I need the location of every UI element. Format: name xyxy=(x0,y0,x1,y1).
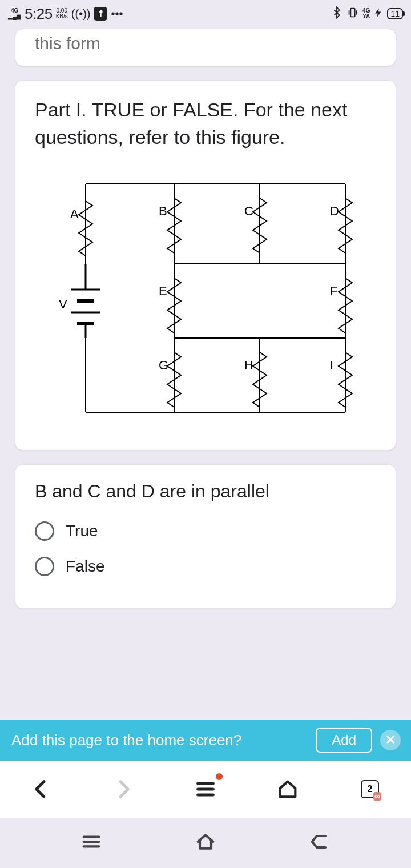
back-button[interactable] xyxy=(27,775,55,803)
notification-dot-icon xyxy=(216,773,223,780)
home-system-button[interactable] xyxy=(194,830,217,855)
menu-button[interactable] xyxy=(192,775,219,803)
option-false[interactable]: False xyxy=(35,557,376,576)
form-header-card: this form xyxy=(15,29,396,66)
question-card: B and C and D are in parallel True False xyxy=(15,464,396,609)
svg-text:E: E xyxy=(159,284,167,298)
incognito-badge-icon: ∞ xyxy=(373,792,381,801)
vibrate-icon xyxy=(346,6,359,22)
svg-text:G: G xyxy=(159,358,168,372)
option-label: True xyxy=(66,522,98,540)
svg-text:C: C xyxy=(244,204,253,218)
clock: 5:25 xyxy=(25,5,53,23)
status-bar: 4G ▂▄▆ 5:25 0.00 KB/s ((•)) f ••• 4G YA … xyxy=(0,0,411,27)
radio-icon xyxy=(35,521,54,541)
hotspot-icon: ((•)) xyxy=(71,7,91,21)
add-button[interactable]: Add xyxy=(316,728,372,753)
data-speed: 0.00 KB/s xyxy=(56,8,68,19)
add-to-home-snackbar: Add this page to the home screen? Add ✕ xyxy=(0,720,411,761)
page-content: this form Part I. TRUE or FALSE. For the… xyxy=(0,27,411,761)
svg-text:I: I xyxy=(330,358,333,372)
svg-text:B: B xyxy=(159,204,167,218)
option-true[interactable]: True xyxy=(35,521,376,541)
forward-button[interactable] xyxy=(110,775,137,803)
svg-text:D: D xyxy=(330,204,339,218)
sim-indicator: 4G YA xyxy=(362,8,370,19)
tabs-count: 2 xyxy=(368,784,373,794)
svg-text:V: V xyxy=(59,297,67,311)
more-icon: ••• xyxy=(111,7,123,21)
home-button[interactable] xyxy=(274,775,301,803)
browser-toolbar: 2 ∞ xyxy=(0,761,411,818)
facebook-icon: f xyxy=(94,7,107,21)
bluetooth-icon xyxy=(331,6,343,22)
circuit-figure: A B C D E F G H I V xyxy=(54,167,357,424)
form-header-text: this form xyxy=(35,34,376,53)
snackbar-text: Add this page to the home screen? xyxy=(11,732,316,749)
network-indicator: 4G ▂▄▆ xyxy=(8,8,21,19)
back-system-button[interactable] xyxy=(308,830,331,855)
radio-icon xyxy=(35,557,54,576)
recents-button[interactable] xyxy=(80,830,103,855)
svg-text:F: F xyxy=(330,284,337,298)
instructions-card: Part I. TRUE or FALSE. For the next ques… xyxy=(15,80,396,451)
charging-icon xyxy=(373,7,384,21)
question-text: B and C and D are in parallel xyxy=(35,481,376,502)
system-navigation xyxy=(0,818,411,868)
battery-indicator: 11 xyxy=(387,8,403,19)
close-icon[interactable]: ✕ xyxy=(380,730,401,750)
tabs-button[interactable]: 2 ∞ xyxy=(356,775,384,803)
svg-rect-0 xyxy=(350,8,354,17)
part-heading: Part I. TRUE or FALSE. For the next ques… xyxy=(35,97,376,151)
svg-text:H: H xyxy=(244,358,253,372)
svg-text:A: A xyxy=(70,207,79,221)
option-label: False xyxy=(66,557,104,576)
